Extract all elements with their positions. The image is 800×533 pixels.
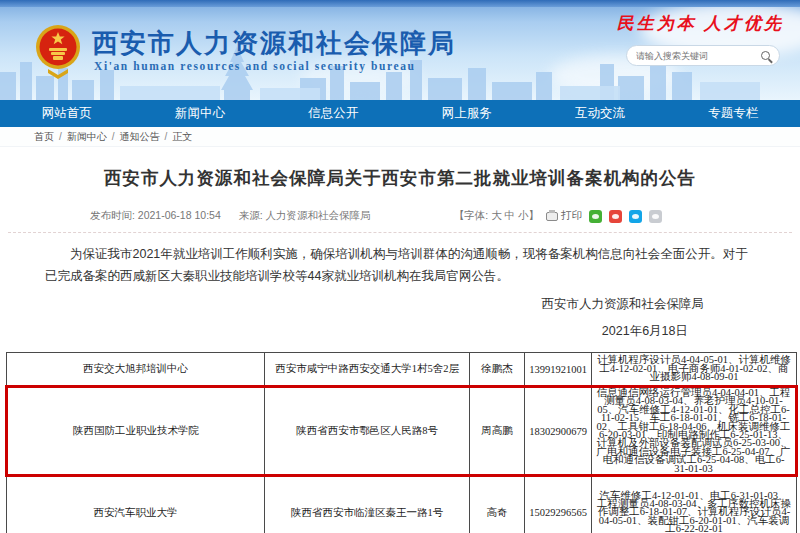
print-button[interactable]: 打印 xyxy=(546,209,582,223)
org-occupations: 信息通信网络运行管理员4-04-04-01、工程测量员4-08-03-04、养老… xyxy=(592,387,797,476)
main-nav: 网站首页 新闻中心 信息公开 网上服务 互动交流 专题专栏 xyxy=(0,100,800,127)
breadcrumb-current: 正文 xyxy=(172,130,192,144)
print-label: 打印 xyxy=(561,209,582,223)
org-name: 陕西国防工业职业技术学院 xyxy=(7,387,265,476)
meta-divider xyxy=(8,232,792,233)
nav-item-interaction[interactable]: 互动交流 xyxy=(533,100,666,127)
table-row-highlighted: 陕西国防工业职业技术学院 陕西省西安市鄠邑区人民路8号 周高鹏 18302900… xyxy=(7,387,797,476)
weibo-share-icon[interactable] xyxy=(609,210,622,223)
org-contact: 高奇 xyxy=(470,476,525,533)
article-date: 2021年6月18日 xyxy=(0,323,800,340)
table-row: 西安汽车职业大学 陕西省西安市临潼区秦王一路1号 高奇 15029296565 … xyxy=(7,476,797,533)
breadcrumb-news[interactable]: 新闻中心 xyxy=(67,130,107,144)
breadcrumb-notices[interactable]: 通知公告 xyxy=(120,130,160,144)
site-subtitle: Xi'an human resources and social securit… xyxy=(94,60,416,72)
national-emblem-icon xyxy=(34,22,82,80)
printer-icon xyxy=(546,212,558,221)
breadcrumb-home[interactable]: 首页 xyxy=(34,130,54,144)
breadcrumb: 首页 / 新闻中心 / 通知公告 / 正文 xyxy=(0,127,800,147)
org-contact: 徐鹏杰 xyxy=(470,353,525,387)
site-title: 西安市人力资源和社会保障局 xyxy=(92,26,456,61)
nav-item-disclosure[interactable]: 信息公开 xyxy=(267,100,400,127)
org-address: 陕西省西安市鄠邑区人民路8号 xyxy=(265,387,470,476)
nav-item-news[interactable]: 新闻中心 xyxy=(133,100,266,127)
breadcrumb-separator: / xyxy=(112,131,115,142)
search-input[interactable] xyxy=(636,51,761,61)
article-meta: 发布时间: 2021-06-18 10:54 来源: 人力资源和社会保障局 【字… xyxy=(0,209,800,223)
site-banner: 西安市人力资源和社会保障局 Xi'an human resources and … xyxy=(0,0,800,100)
copy-link-icon[interactable] xyxy=(649,210,662,223)
nav-item-home[interactable]: 网站首页 xyxy=(0,100,133,127)
org-occupations: 计算机程序设计员4-04-05-01、计算机维修工4-12-02-01、电子商务… xyxy=(592,353,797,387)
wechat-share-icon[interactable] xyxy=(589,210,602,223)
nav-item-services[interactable]: 网上服务 xyxy=(400,100,533,127)
org-contact: 周高鹏 xyxy=(470,387,525,476)
table-row: 西安交大旭邦培训中心 西安市咸宁中路西安交通大学1村5舍2层 徐鹏杰 13991… xyxy=(7,353,797,387)
article-source: 来源: 人力资源和社会保障局 xyxy=(239,209,371,223)
slogan-calligraphy: 民生为本 人才优先 xyxy=(617,12,784,35)
article-signature: 西安市人力资源和社会保障局 xyxy=(0,296,800,313)
org-phone: 13991921001 xyxy=(525,353,592,387)
nav-item-topics[interactable]: 专题专栏 xyxy=(667,100,800,127)
org-name: 西安交大旭邦培训中心 xyxy=(7,353,265,387)
site-search xyxy=(626,45,780,66)
breadcrumb-separator: / xyxy=(165,131,168,142)
training-institutions-table: 西安交大旭邦培训中心 西安市咸宁中路西安交通大学1村5舍2层 徐鹏杰 13991… xyxy=(5,352,798,533)
article-paragraph: 为保证我市2021年就业培训工作顺利实施，确保培训机构与培训群体的沟通顺畅，现将… xyxy=(45,244,755,287)
publish-time: 发布时间: 2021-06-18 10:54 xyxy=(90,209,221,223)
org-address: 陕西省西安市临潼区秦王一路1号 xyxy=(265,476,470,533)
org-name: 西安汽车职业大学 xyxy=(7,476,265,533)
top-strip xyxy=(0,0,800,7)
search-icon[interactable] xyxy=(761,51,770,60)
breadcrumb-separator: / xyxy=(59,131,62,142)
org-address: 西安市咸宁中路西安交通大学1村5舍2层 xyxy=(265,353,470,387)
qq-share-icon[interactable] xyxy=(629,210,642,223)
font-size-control[interactable]: 【字体: 大 中 小】 xyxy=(454,209,539,223)
org-phone: 15029296565 xyxy=(525,476,592,533)
page-title: 西安市人力资源和社会保障局关于西安市第二批就业培训备案机构的公告 xyxy=(0,166,800,190)
org-phone: 18302900679 xyxy=(525,387,592,476)
org-occupations: 汽车维修工4-12-01-01、电工6-31-01-03、工程测量员4-08-0… xyxy=(592,476,797,533)
